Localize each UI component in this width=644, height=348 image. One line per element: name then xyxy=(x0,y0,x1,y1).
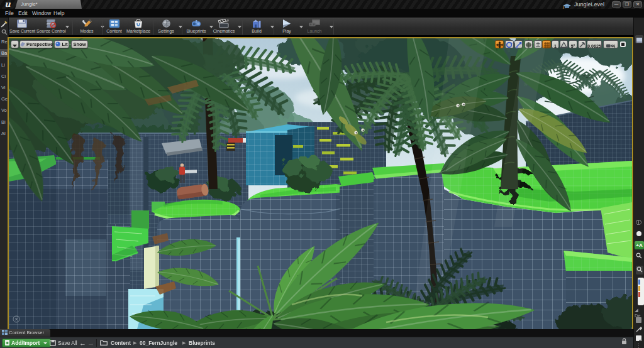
viewport-scene xyxy=(9,38,632,329)
move-tool-button[interactable] xyxy=(495,40,504,48)
toolbar-source-control-button[interactable]: Source Control xyxy=(36,19,64,35)
toolbar-build-button[interactable]: Build xyxy=(244,19,269,35)
rotation-snap-value[interactable]: 5° xyxy=(569,40,577,48)
toolbar-label: Source Control xyxy=(36,29,64,33)
toolbar-marketplace-button[interactable]: Marketplace xyxy=(125,19,152,35)
toolbar-label: Modes xyxy=(74,29,99,33)
grid-snap-button[interactable] xyxy=(542,40,551,48)
toolbar-content-button[interactable]: Content xyxy=(104,19,125,35)
toolbar-label: Build xyxy=(244,29,269,33)
toolbar-separator xyxy=(333,19,334,35)
toolbar-label: Settings xyxy=(155,29,177,33)
breadcrumb-fernjungle[interactable]: 00_FernJungle xyxy=(140,337,177,348)
checkbox-icon[interactable] xyxy=(636,335,641,341)
toolbar-save-current-button[interactable]: Save Current xyxy=(9,19,35,35)
show-menu-button[interactable]: Show xyxy=(71,40,88,48)
lit-icon xyxy=(55,41,60,48)
forward-button[interactable]: → xyxy=(87,337,94,348)
toolbar-settings-button[interactable]: Settings xyxy=(155,19,177,35)
place-category-vi[interactable]: Vi xyxy=(0,84,9,92)
scale-tool-button[interactable] xyxy=(514,40,523,48)
search-icon[interactable] xyxy=(636,253,642,260)
toolbar-launch-button[interactable]: Launch xyxy=(301,19,328,35)
search-details-icon[interactable] xyxy=(636,266,643,275)
toolbar-label: Save Current xyxy=(9,29,35,33)
lock-icon[interactable] xyxy=(621,337,627,348)
right-tab-icon[interactable] xyxy=(635,35,643,43)
toolbar-play-button[interactable]: Play xyxy=(275,19,298,35)
breadcrumb-sep-icon: ▶ xyxy=(133,337,136,348)
scale-snap-value[interactable]: 0.0625 xyxy=(587,40,602,48)
menu-window[interactable]: Window xyxy=(32,9,51,18)
more-dots-icon: ⋮ xyxy=(636,342,641,348)
info-icon[interactable]: ⓘ xyxy=(636,219,641,227)
level-viewport[interactable]: Perspective Lit Show 1 5° 0.0625 4 xyxy=(9,38,632,329)
restore-button[interactable]: ❐ xyxy=(623,1,631,8)
toolbar-cinematics-button[interactable]: Cinematics xyxy=(211,19,236,35)
breadcrumb-content[interactable]: Content xyxy=(111,337,131,348)
place-category-al[interactable]: Al xyxy=(0,129,9,138)
source-control-icon xyxy=(36,19,64,28)
menu-help[interactable]: Help xyxy=(53,9,64,18)
dropdown-caret-icon[interactable] xyxy=(65,26,69,28)
project-tab[interactable]: Jungle* xyxy=(15,0,82,9)
place-category-bl[interactable]: Bl xyxy=(0,118,9,126)
search-classes-icon[interactable] xyxy=(0,26,8,35)
unreal-logo-icon: u xyxy=(2,0,13,9)
place-category-vo[interactable]: Vo xyxy=(0,106,9,114)
menu-bar: File Edit Window Help xyxy=(0,9,644,18)
sphere-icon xyxy=(636,231,642,238)
maximize-viewport-button[interactable] xyxy=(620,41,626,47)
perspective-icon xyxy=(20,41,25,48)
place-category-ba[interactable]: Ba xyxy=(0,49,9,57)
close-button[interactable]: ✕ xyxy=(633,1,642,8)
thumbnail-strip xyxy=(638,278,644,305)
content-icon xyxy=(104,19,125,28)
toolbar-modes-button[interactable]: Modes xyxy=(74,19,99,35)
folder-icon xyxy=(100,337,108,348)
perspective-button[interactable]: Perspective xyxy=(19,40,53,48)
play-icon xyxy=(275,19,298,28)
world-local-button[interactable] xyxy=(525,40,533,48)
grid-snap-value[interactable]: 1 xyxy=(552,40,559,48)
content-browser-icon xyxy=(2,330,8,335)
menu-file[interactable]: File xyxy=(5,9,14,18)
toolbar-separator xyxy=(102,19,103,35)
place-category-li[interactable]: Li xyxy=(0,61,9,69)
lit-mode-button[interactable]: Lit xyxy=(54,40,69,48)
place-tools-icon[interactable] xyxy=(0,18,8,26)
toolbar-separator xyxy=(153,19,153,35)
toolbar-label: Play xyxy=(275,29,298,33)
toolbar-separator xyxy=(72,19,73,35)
eyedropper-icon[interactable] xyxy=(636,326,642,334)
add-component-button[interactable]: +A xyxy=(635,241,644,249)
rotate-tool-button[interactable] xyxy=(505,40,514,48)
add-import-button[interactable]: Add/Import xyxy=(2,339,51,347)
rotation-snap-button[interactable] xyxy=(560,40,568,48)
title-bar: u Jungle* JungleLevel — ❐ ✕ xyxy=(0,0,644,9)
marketplace-icon xyxy=(125,19,152,28)
breadcrumb-blueprints[interactable]: Blueprints xyxy=(189,337,215,348)
place-category-re[interactable]: Re xyxy=(0,38,9,46)
build-icon xyxy=(244,19,269,28)
menu-edit[interactable]: Edit xyxy=(18,9,28,18)
dropdown-caret-icon[interactable] xyxy=(238,26,242,28)
place-category-ge[interactable]: Ge xyxy=(0,95,9,103)
save-all-button[interactable]: Save All xyxy=(50,337,77,348)
toolbar-blueprints-button[interactable]: Blueprints xyxy=(184,19,208,35)
cb-separator xyxy=(96,339,97,347)
camera-speed-button[interactable]: 4 xyxy=(603,40,618,48)
back-button[interactable]: ← xyxy=(79,337,86,348)
grid-swatch-icon[interactable] xyxy=(636,317,641,323)
place-actors-panel: ReBaLiCiViGeVoBlAl xyxy=(0,18,9,329)
content-browser-toolbar: Add/Import Save All ← → Content ▶ 00_Fer… xyxy=(0,337,633,348)
viewport-options-button[interactable] xyxy=(11,40,19,48)
minimize-button[interactable]: — xyxy=(612,1,621,8)
toolbar-label: Marketplace xyxy=(125,29,152,33)
surface-snap-button[interactable] xyxy=(534,40,542,48)
toolbar-separator xyxy=(182,19,182,35)
toolbar-label: Blueprints xyxy=(184,29,208,33)
scale-snap-button[interactable] xyxy=(578,40,586,48)
place-category-ci[interactable]: Ci xyxy=(0,72,9,80)
content-browser-tab[interactable]: Content Browser ✕ xyxy=(0,329,50,337)
